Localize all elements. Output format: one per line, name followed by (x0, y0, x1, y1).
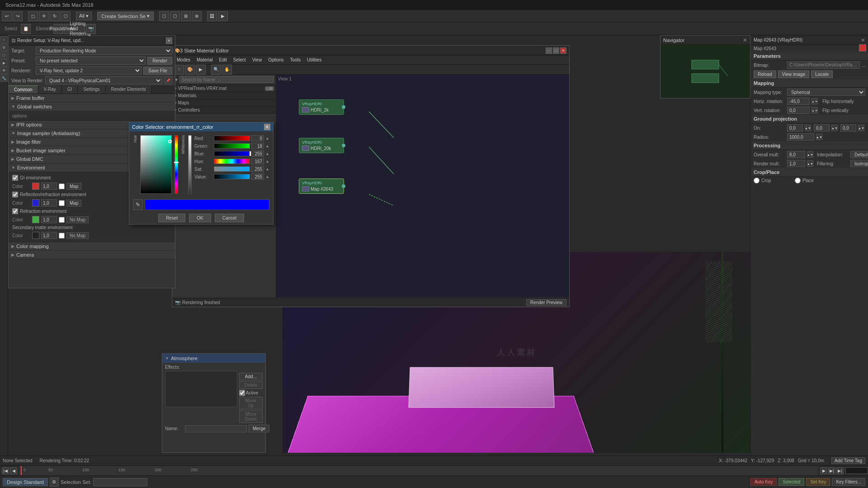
save-file-button[interactable]: Save File (143, 67, 172, 75)
set-key-button[interactable]: Set Key (806, 478, 830, 486)
slate-edit[interactable]: Edit (217, 56, 230, 63)
render-setup-close[interactable]: ✕ (166, 38, 172, 44)
slate-pan-btn[interactable]: ✋ (222, 65, 232, 75)
preset-dropdown[interactable]: No preset selected (36, 56, 146, 65)
slate-material-btn[interactable]: 🎨 (185, 65, 195, 75)
gi-map-button[interactable]: Map (66, 183, 81, 190)
refl-color-swatch[interactable] (32, 199, 39, 206)
refr-no-map-button[interactable]: No Map (66, 216, 89, 223)
whiteness-bar[interactable] (188, 135, 192, 194)
slate-options[interactable]: Options (265, 56, 286, 63)
vert-spinner[interactable]: ▲▼ (811, 107, 818, 113)
scale-btn[interactable]: ⬡ (61, 11, 71, 21)
ground-x-spinner[interactable]: ▲▼ (805, 125, 811, 131)
hdri-20k-node[interactable]: VRayHDRI HDRi_20k (299, 138, 344, 153)
snap-btn[interactable]: ⊕ (192, 11, 202, 21)
align-btn[interactable]: ⬡ (170, 11, 180, 21)
ground-x[interactable] (787, 124, 803, 131)
gi-mult-input[interactable] (41, 183, 57, 190)
map2643-node[interactable]: VRayHDRI Map #2643 (299, 178, 344, 194)
navigator-content[interactable] (660, 45, 750, 98)
set-btn[interactable]: 📋 (21, 24, 31, 34)
refr-mult-input[interactable] (41, 216, 57, 223)
frame-counter[interactable]: 0 / 250 (845, 467, 868, 474)
sat-slider[interactable] (214, 166, 250, 172)
om-spinner[interactable]: ▲▼ (807, 151, 813, 158)
slate-modes[interactable]: Modes (174, 56, 193, 63)
atmosphere-header[interactable]: ▼ Atmosphere (162, 354, 265, 363)
view-pin-btn[interactable]: 📌 (164, 76, 172, 84)
play-btn[interactable]: ▶ (820, 467, 827, 474)
render-frame-btn[interactable]: ▶ (218, 11, 228, 21)
frame-buffer-section[interactable]: ▶ Frame buffer (9, 94, 175, 103)
bitmap-browse-btn[interactable]: ... (862, 63, 865, 68)
filtering-dropdown[interactable]: Isotropic (850, 160, 868, 167)
ok-button[interactable]: OK (189, 214, 211, 222)
go-start-btn[interactable]: |◀ (2, 467, 9, 474)
horiz-rotation-input[interactable] (787, 98, 810, 105)
view-dropdown[interactable]: Quad 4 - VRayPhysicalCam01 (45, 76, 162, 84)
green-up-arrow[interactable]: ▲ (265, 144, 269, 148)
move-up-button[interactable]: Move Up (239, 397, 263, 409)
select-btn[interactable]: ◻ (28, 11, 38, 21)
locate-button[interactable]: Locate (811, 70, 833, 78)
node2-port-right[interactable] (342, 144, 345, 147)
val-input[interactable] (251, 174, 264, 180)
rp-close-btn[interactable]: ✕ (861, 37, 865, 43)
slate-utilities[interactable]: Utilities (304, 56, 324, 63)
val-up-arrow[interactable]: ▲ (265, 174, 269, 179)
key-filters-button[interactable]: Key Filters... (832, 478, 865, 486)
color-mapping-section[interactable]: ▶ Color mapping (9, 242, 175, 251)
val-slider[interactable] (214, 174, 250, 179)
add-button[interactable]: Add... (239, 373, 263, 380)
sec-color-swatch[interactable] (32, 232, 39, 239)
merge-button[interactable]: Merge (249, 425, 269, 432)
modify-panel-btn[interactable]: ⚙ (0, 44, 8, 51)
slate-zoom-btn[interactable]: 🔍 (211, 65, 221, 75)
green-slider[interactable] (214, 143, 250, 149)
gi-color-swatch[interactable] (32, 183, 39, 190)
red-slider[interactable] (214, 136, 250, 141)
slate-select[interactable]: Select (231, 56, 249, 63)
blue-slider[interactable] (214, 151, 250, 156)
renderer-dropdown[interactable]: V-Ray Next, update 2 (36, 66, 142, 75)
vert-rotation-input[interactable] (787, 107, 810, 114)
green-input[interactable] (251, 143, 264, 149)
tab-settings[interactable]: Settings (78, 85, 105, 94)
rm-spinner[interactable]: ▲▼ (807, 160, 813, 167)
hdri-2k-node[interactable]: VRayHDRI HDRi_2k (299, 99, 344, 115)
ground-z-spinner[interactable]: ▲▼ (858, 125, 864, 131)
selection-set-input[interactable] (93, 478, 147, 486)
add-time-tag-btn[interactable]: Add Time Tag (831, 457, 865, 464)
slate-close-btn[interactable]: ✕ (560, 47, 566, 54)
slate-tools[interactable]: Tools (288, 56, 303, 63)
slate-minimize-btn[interactable]: − (546, 47, 552, 54)
sec-mult-input[interactable] (41, 232, 57, 239)
render-button[interactable]: Render (147, 57, 172, 65)
move-down-button[interactable]: Move Down (239, 410, 263, 423)
display-btn[interactable]: 👁 (0, 67, 8, 74)
slate-pick-btn[interactable]: ↑ (174, 65, 184, 75)
material-view-panel[interactable]: View 1 VRayHDRI HDRi_2k VRayHDRI (276, 75, 569, 297)
horiz-spinner[interactable]: ▲▼ (811, 98, 818, 104)
camera-btn[interactable]: 📷 (86, 24, 96, 34)
refr-env-checkbox[interactable] (12, 208, 18, 214)
refr-color-swatch[interactable] (32, 216, 39, 223)
reset-button[interactable]: Reset (158, 214, 185, 222)
redo-btn[interactable]: ↪ (13, 11, 23, 21)
create-selection-button[interactable]: Create Selection Se ▾ (97, 12, 154, 20)
maps-section[interactable]: + Maps (172, 99, 276, 107)
global-switches-section[interactable]: ▼ Global switches (9, 103, 175, 111)
node3-port-right[interactable] (342, 184, 345, 188)
utilities-btn[interactable]: 🔧 (0, 75, 8, 82)
place-radio[interactable] (795, 178, 801, 183)
reload-button[interactable]: Reload (754, 70, 776, 78)
workspace-settings-btn[interactable]: ⚙ (50, 478, 59, 487)
create-panel-btn[interactable]: + (0, 36, 8, 43)
go-end-btn[interactable]: ▶| (836, 467, 844, 474)
hue-up-arrow[interactable]: ▲ (265, 159, 269, 164)
flip-v-label[interactable]: Flip vertically (822, 108, 849, 113)
render-mult-input[interactable] (787, 160, 805, 167)
refl-mult-input[interactable] (41, 199, 57, 206)
slate-maximize-btn[interactable]: □ (553, 47, 559, 54)
